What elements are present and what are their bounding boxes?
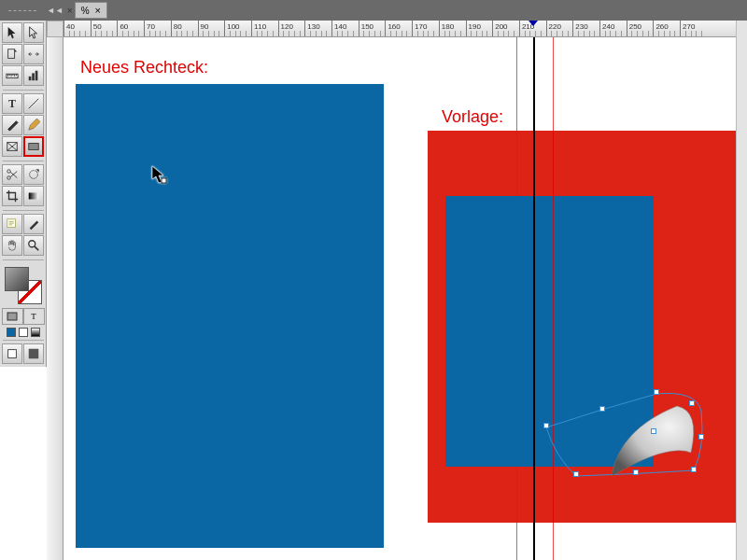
chart-tool-icon[interactable] [23,65,44,86]
svg-rect-9 [29,144,39,150]
ruler-tool-icon[interactable] [2,65,22,86]
tab-bar: ◄◄ × % × [0,0,747,21]
panel-drag-handle[interactable] [4,7,41,13]
hand-tool[interactable] [2,235,22,256]
selection-handle[interactable] [654,389,659,395]
rectangle-tool[interactable] [23,136,44,157]
svg-rect-3 [32,73,35,80]
ruler-position-marker [529,21,538,26]
selection-handle[interactable] [543,423,549,428]
formatting-container-btn[interactable] [2,308,23,325]
formatting-text-btn[interactable]: T [23,308,45,325]
svg-rect-18 [8,350,17,358]
nav-arrows-icon[interactable]: ◄◄ [47,6,63,15]
apply-gradient-swatch[interactable] [31,328,40,337]
vertical-scrollbar[interactable] [736,21,747,560]
document-tab[interactable]: % × [75,2,107,19]
vertical-ruler[interactable] [47,37,63,560]
page-curl-object[interactable] [546,364,703,476]
scissors-tool[interactable] [2,164,22,185]
svg-point-11 [7,176,11,180]
close-icon[interactable]: × [95,5,101,16]
svg-point-10 [7,170,11,174]
svg-rect-13 [29,193,39,200]
eyedropper-tool[interactable] [23,214,44,234]
type-tool[interactable]: T [2,93,22,114]
frame-tool[interactable] [2,136,22,157]
svg-line-16 [35,246,38,250]
view-mode-preview[interactable] [23,343,44,364]
selection-handle[interactable] [691,467,697,472]
new-rectangle-shape[interactable] [76,84,384,548]
tab-close-x[interactable]: × [67,6,73,16]
tab-zoom-value: % [81,6,90,16]
view-mode-normal[interactable] [2,343,22,364]
direct-selection-tool[interactable] [23,22,44,43]
selection-handle[interactable] [599,406,605,412]
selection-handle[interactable] [573,471,579,477]
line-tool[interactable] [23,93,44,114]
selection-handle[interactable] [651,428,656,434]
svg-rect-0 [8,49,15,59]
gradient-tool[interactable] [23,186,44,206]
fill-stroke-indicator[interactable] [5,267,42,304]
free-transform-tool[interactable] [23,164,44,185]
apply-none-swatch[interactable] [19,328,28,337]
svg-line-5 [29,99,39,109]
selection-handle[interactable] [633,469,639,475]
svg-point-15 [29,241,35,247]
vertical-guide-black[interactable] [533,37,535,560]
svg-rect-2 [29,77,32,80]
selection-handle[interactable] [698,434,704,440]
fill-swatch[interactable] [5,267,29,291]
horizontal-ruler[interactable]: 4050607080901001101201301401501601701801… [63,21,736,37]
svg-rect-4 [35,71,38,81]
page-tool[interactable] [2,44,22,64]
ruler-origin[interactable] [47,21,63,37]
annotation-template: Vorlage: [442,107,503,127]
svg-rect-20 [162,178,166,183]
svg-rect-17 [7,313,17,320]
crop-tool-icon[interactable] [2,186,22,206]
annotation-new-rect: Neues Rechteck: [80,58,208,77]
canvas-area[interactable]: Neues Rechteck: Vorlage: [63,37,736,560]
vertical-guide-magenta[interactable] [516,37,517,560]
note-tool[interactable] [2,214,22,234]
selection-tool[interactable] [2,22,22,43]
pen-tool[interactable] [2,115,22,135]
mouse-cursor-icon [151,165,164,184]
zoom-tool[interactable] [23,235,44,256]
svg-rect-19 [29,349,39,359]
svg-point-12 [30,171,38,179]
selection-handle[interactable] [689,400,695,406]
apply-swatch-row [7,328,40,337]
gap-tool[interactable] [23,44,44,64]
tools-panel: T T [0,21,47,367]
apply-color-swatch[interactable] [7,328,16,337]
pencil-tool[interactable] [23,115,44,135]
